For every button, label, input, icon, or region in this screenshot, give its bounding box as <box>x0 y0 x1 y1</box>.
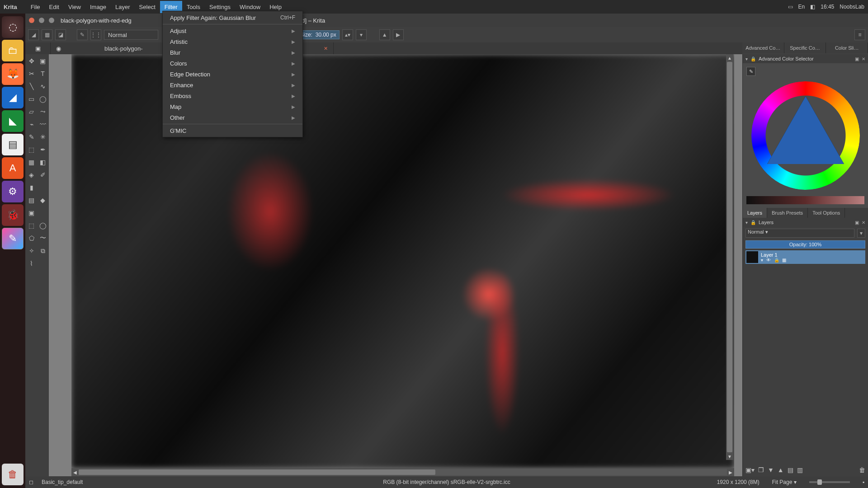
fill-tool[interactable]: ▮ <box>26 182 37 193</box>
menu-other[interactable]: Other▶ <box>163 112 302 123</box>
deform-tool[interactable]: ◈ <box>26 169 37 181</box>
zoom-reset-button[interactable]: ▪ <box>863 479 864 485</box>
text-tool[interactable]: T <box>38 68 48 80</box>
scroll-up-icon[interactable]: ▲ <box>727 54 732 61</box>
docker-tab-advanced-color[interactable]: Advanced Co… <box>742 42 784 53</box>
software-center-icon[interactable]: A <box>2 157 24 179</box>
document-icon[interactable]: ▤ <box>2 134 24 155</box>
menu-select[interactable]: Select <box>135 1 160 13</box>
free-select-tool[interactable]: 〜 <box>38 232 48 244</box>
krita-launcher-icon[interactable]: ✎ <box>2 228 24 249</box>
size-dropdown[interactable]: ▾ <box>356 29 367 40</box>
docker-tab-color-sliders[interactable]: Color Sli… <box>826 42 868 53</box>
docker-tab-specific-color[interactable]: Specific Co… <box>784 42 826 53</box>
bug-report-icon[interactable]: 🐞 <box>2 204 24 226</box>
files-icon[interactable]: 🗀 <box>2 40 24 61</box>
menu-file[interactable]: File <box>26 1 45 13</box>
zoom-level-combo[interactable]: Fit Page ▾ <box>772 479 797 485</box>
calligraphy-tool[interactable]: ✒ <box>38 144 48 155</box>
float-docker-icon[interactable]: ▣ <box>855 56 859 61</box>
duplicate-layer-button[interactable]: ❐ <box>758 466 764 474</box>
select-tool[interactable]: ▣ <box>26 207 37 219</box>
color-history-strip[interactable] <box>746 196 864 204</box>
polygon-tool[interactable]: ▱ <box>26 106 37 117</box>
layers-collapse-icon[interactable]: ▾ <box>745 220 748 225</box>
layer-group-button[interactable]: ▥ <box>797 466 803 474</box>
horizontal-scroll-thumb[interactable] <box>79 469 435 475</box>
menu-blur[interactable]: Blur▶ <box>163 47 302 58</box>
similar-select-tool[interactable]: ⧉ <box>38 245 48 257</box>
color-picker-button[interactable]: ✎ <box>746 67 755 76</box>
layer-up-button[interactable]: ▲ <box>778 466 784 474</box>
menu-edge-detection[interactable]: Edge Detection▶ <box>163 69 302 80</box>
tab-brush-presets[interactable]: Brush Presets <box>767 208 808 218</box>
firefox-icon[interactable]: 🦊 <box>2 63 24 85</box>
pattern-edit-tool[interactable]: ▦ <box>26 156 37 168</box>
scroll-right-icon[interactable]: ▶ <box>727 470 734 475</box>
layers-float-icon[interactable]: ▣ <box>855 220 859 225</box>
menu-edit[interactable]: Edit <box>45 1 64 13</box>
workspace-chooser-button[interactable]: ≡ <box>854 29 865 40</box>
color-picker-tool[interactable]: ✐ <box>38 169 48 181</box>
line-tool[interactable]: ╲ <box>26 80 37 92</box>
mirror-vertical-button[interactable]: ▶ <box>393 29 404 40</box>
menu-emboss[interactable]: Emboss▶ <box>163 90 302 101</box>
menu-gmic[interactable]: G'MIC <box>163 125 302 136</box>
layers-close-icon[interactable]: ✕ <box>862 220 865 225</box>
menu-adjust[interactable]: Adjust▶ <box>163 25 302 36</box>
close-docker-icon[interactable]: ✕ <box>862 56 865 61</box>
bezier-select-tool[interactable]: ⌇ <box>26 258 37 269</box>
window-minimize-button[interactable] <box>39 18 44 23</box>
measure-tool[interactable]: ▤ <box>26 194 37 206</box>
vertical-scrollbar[interactable]: ▲ ▼ <box>726 54 733 460</box>
advanced-color-selector[interactable]: ✎ <box>743 63 868 208</box>
rectangle-tool[interactable]: ▭ <box>26 93 37 105</box>
multibrush-tool[interactable]: ✳ <box>38 131 48 143</box>
color-triangle[interactable] <box>767 96 844 164</box>
mirror-horizontal-button[interactable]: ▲ <box>379 29 390 40</box>
rect-select-tool[interactable]: ⬚ <box>26 220 37 231</box>
contiguous-select-tool[interactable]: ✧ <box>26 245 37 257</box>
menu-artistic[interactable]: Artistic▶ <box>163 36 302 47</box>
menu-colors[interactable]: Colors▶ <box>163 58 302 69</box>
menu-map[interactable]: Map▶ <box>163 101 302 112</box>
poly-select-tool[interactable]: ⬠ <box>26 232 37 244</box>
gradient-edit-tool[interactable]: ◧ <box>38 156 48 168</box>
select-tool-2[interactable] <box>38 207 48 219</box>
transform-tool[interactable]: ▣ <box>38 55 48 67</box>
edit-shapes-tool[interactable]: ⬚ <box>26 144 37 155</box>
screen-icon[interactable]: ▭ <box>788 4 793 10</box>
menu-enhance[interactable]: Enhance▶ <box>163 80 302 90</box>
menu-image[interactable]: Image <box>85 1 111 13</box>
user-menu[interactable]: NoobsLab <box>840 4 864 10</box>
bezier-tool[interactable]: ⌁ <box>26 118 37 130</box>
scroll-left-icon[interactable]: ◀ <box>71 470 79 475</box>
trash-icon[interactable]: 🗑 <box>2 464 24 485</box>
tab-close-icon[interactable]: ✕ <box>324 46 328 52</box>
assistants-tool[interactable] <box>38 182 48 193</box>
freehand-path-tool[interactable]: 〰 <box>38 118 48 130</box>
curve-tool[interactable]: ∿ <box>38 80 48 92</box>
scroll-down-icon[interactable]: ▼ <box>727 453 732 460</box>
lock-icon[interactable]: 🔒 <box>750 56 756 61</box>
fg-bg-swap-button[interactable]: ◪ <box>55 29 66 40</box>
dyna-tool[interactable]: ✎ <box>26 131 37 143</box>
blend-mode-combo[interactable]: Normal <box>104 30 158 40</box>
zoom-slider[interactable] <box>809 481 850 483</box>
dash-home-icon[interactable]: ◌ <box>2 16 24 38</box>
pattern-swatch-button[interactable]: ▦ <box>42 29 52 40</box>
size-spinner[interactable]: ▴▾ <box>342 29 353 40</box>
blend-options-icon[interactable]: ▾ <box>857 229 865 238</box>
tab-layers[interactable]: Layers <box>743 208 767 218</box>
layer-properties-button[interactable]: ▤ <box>788 466 793 474</box>
vertical-scroll-thumb[interactable] <box>727 62 732 452</box>
brush-editor-button[interactable]: ✎ <box>77 29 88 40</box>
brush-size-field[interactable]: Size: 30.00 px <box>297 30 339 39</box>
window-close-button[interactable] <box>29 18 34 23</box>
move-tool[interactable]: ✥ <box>26 55 37 67</box>
delete-layer-button[interactable]: 🗑 <box>859 466 865 474</box>
brush-presets-button[interactable]: ⋮⋮ <box>90 29 101 40</box>
menu-view[interactable]: View <box>64 1 85 13</box>
reference-tool[interactable]: ◆ <box>38 194 48 206</box>
layer-row-1[interactable]: Layer 1 ▾ 👁 🔒 ▦ <box>745 250 865 264</box>
